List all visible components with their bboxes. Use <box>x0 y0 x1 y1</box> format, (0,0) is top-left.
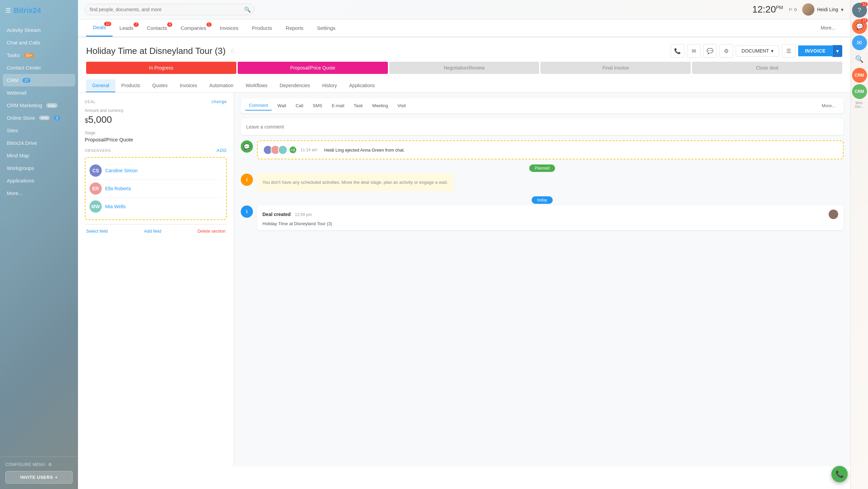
tab-reports[interactable]: Reports <box>279 20 311 36</box>
subtab-products[interactable]: Products <box>115 79 146 92</box>
sidebar-item-label: Workgroups <box>7 165 34 171</box>
tab-contacts[interactable]: Contacts 4 <box>140 20 174 36</box>
add-observer-link[interactable]: add <box>217 148 227 153</box>
invite-users-label: INVITE USERS <box>20 475 53 480</box>
invoice-main-button[interactable]: INVOICE <box>798 45 832 56</box>
sidebar-item-contact-center[interactable]: Contact Center <box>0 61 78 74</box>
sidebar-item-crm-marketing[interactable]: CRM Marketing beta <box>0 99 78 112</box>
invoice-button-group: INVOICE ▾ <box>798 45 842 57</box>
search-icon[interactable]: 🔍 <box>244 6 251 13</box>
hamburger-icon[interactable]: ☰ <box>5 7 11 14</box>
right-sidebar: ? 12 💬 19 ✉ 🔍 CRM CRM Wed. Dec... <box>850 0 868 489</box>
act-tab-wait[interactable]: Wait <box>273 101 290 110</box>
subtab-history[interactable]: History <box>316 79 343 92</box>
sidebar-item-drive[interactable]: Bitrix24.Drive <box>0 137 78 149</box>
sidebar-item-activity-stream[interactable]: Activity Stream <box>0 24 78 36</box>
observer-name-caroline[interactable]: Caroline Simon <box>105 168 138 173</box>
chat-button[interactable]: 💬 <box>703 44 717 58</box>
sidebar-item-online-store[interactable]: Online Store beta 3 <box>0 112 78 124</box>
comment-input-area <box>241 119 844 135</box>
chat-rs-icon-button[interactable]: 💬 19 <box>852 19 867 34</box>
sidebar-item-sites[interactable]: Sites <box>0 124 78 137</box>
search-bar: 🔍 <box>85 4 254 15</box>
select-field-link[interactable]: Select field <box>86 229 108 234</box>
message-rs-icon-button[interactable]: ✉ <box>852 35 867 50</box>
subtab-applications[interactable]: Applications <box>343 79 381 92</box>
deal-created-avatar <box>829 210 838 219</box>
message-rs-icon: ✉ <box>857 39 862 46</box>
list-button[interactable]: ☰ <box>782 44 795 58</box>
sidebar-item-crm[interactable]: CRM 27 <box>3 74 75 86</box>
tab-products[interactable]: Products <box>245 20 279 36</box>
tab-deals[interactable]: Deals 12 <box>86 19 113 37</box>
act-tab-meeting[interactable]: Meeting <box>368 101 392 110</box>
act-tab-sms[interactable]: SMS <box>309 101 326 110</box>
act-tab-call[interactable]: Call <box>292 101 307 110</box>
sidebar: ☰ Bitrix24 Activity Stream Chat and Call… <box>0 0 78 489</box>
act-tab-more[interactable]: More... <box>818 101 840 110</box>
tab-invoices[interactable]: Invoices <box>213 20 245 36</box>
tasks-badge: 50+ <box>24 53 34 58</box>
stage-proposal[interactable]: Proposal/Price Quote <box>238 62 388 74</box>
observer-name-ella[interactable]: Ella Roberts <box>105 186 131 191</box>
stage-final-invoice[interactable]: Final Invoice <box>540 62 691 74</box>
sidebar-item-mindmap[interactable]: Mind Map <box>0 149 78 162</box>
help-badge: 12 <box>861 2 867 6</box>
sidebar-item-workgroups[interactable]: Workgroups <box>0 162 78 174</box>
invite-users-button[interactable]: INVITE USERS + <box>5 471 73 484</box>
delete-section-link[interactable]: Delete section <box>198 229 225 234</box>
tab-settings[interactable]: Settings <box>310 20 342 36</box>
email-button[interactable]: ✉ <box>687 44 701 58</box>
subtab-automation[interactable]: Automation <box>203 79 240 92</box>
add-field-link[interactable]: Add field <box>144 229 161 234</box>
act-tab-email[interactable]: E-mail <box>328 101 348 110</box>
document-button[interactable]: DOCUMENT ▾ <box>736 45 779 57</box>
configure-menu-label: CONFIGURE MENU <box>5 462 45 467</box>
sidebar-item-label: CRM <box>7 77 18 83</box>
search-input[interactable] <box>85 4 254 15</box>
topbar-username: Heidi Ling <box>817 7 838 12</box>
sidebar-item-chat-calls[interactable]: Chat and Calls <box>0 36 78 49</box>
settings-button[interactable]: ⚙ <box>719 44 733 58</box>
crm-orange-rs-icon: CRM <box>855 73 864 78</box>
observer-name-mia[interactable]: Mia Wells <box>105 204 125 209</box>
act-tab-task[interactable]: Task <box>350 101 367 110</box>
subtab-general[interactable]: General <box>86 79 115 92</box>
subtab-quotes[interactable]: Quotes <box>146 79 174 92</box>
invoice-dropdown-button[interactable]: ▾ <box>832 45 842 57</box>
sidebar-item-webmail[interactable]: Webmail <box>0 86 78 99</box>
topbar-user[interactable]: Heidi Ling ▾ <box>802 3 844 16</box>
act-tab-comment[interactable]: Comment <box>245 101 272 111</box>
phone-fab-button[interactable]: 📞 <box>831 466 848 482</box>
stage-in-progress[interactable]: In Progress <box>86 62 236 74</box>
subtab-invoices[interactable]: Invoices <box>174 79 203 92</box>
logo[interactable]: ☰ Bitrix24 <box>0 0 78 21</box>
crm-orange-rs-icon-button[interactable]: CRM <box>852 68 867 83</box>
comment-input[interactable] <box>245 123 840 131</box>
stage-close-deal[interactable]: Close deal <box>692 62 842 74</box>
sidebar-item-label: Bitrix24.Drive <box>7 140 37 146</box>
tab-leads[interactable]: Leads 7 <box>113 20 140 36</box>
sidebar-item-applications[interactable]: Applications <box>0 174 78 187</box>
sidebar-item-label: Online Store <box>7 115 35 121</box>
chat-activity-box: +1 11:14 am Heidi Ling ejected Anna Gree… <box>257 140 844 159</box>
change-link[interactable]: change <box>212 99 227 104</box>
tab-companies[interactable]: Companies 1 <box>174 20 213 36</box>
act-tab-visit[interactable]: Visit <box>393 101 410 110</box>
subtab-dependencies[interactable]: Dependencies <box>274 79 316 92</box>
search-rs-icon-button[interactable]: 🔍 <box>852 52 867 66</box>
topbar-flag: 🏳 0 <box>789 7 797 12</box>
stage-negotiation[interactable]: Negotiation/Review <box>389 62 539 74</box>
chevron-down-icon: ▾ <box>771 48 773 54</box>
sidebar-item-tasks[interactable]: Tasks 50+ <box>0 49 78 61</box>
tab-more[interactable]: More... <box>814 20 842 36</box>
configure-menu[interactable]: CONFIGURE MENU ⚙ <box>5 462 73 467</box>
observer-avatar-ella: ER <box>90 182 102 195</box>
subtab-workflows[interactable]: Workflows <box>239 79 273 92</box>
help-icon-button[interactable]: ? 12 <box>852 3 867 18</box>
phone-button[interactable]: 📞 <box>671 44 684 58</box>
crm-green-rs-icon-button[interactable]: CRM <box>852 84 867 99</box>
sidebar-item-more[interactable]: More... <box>0 187 78 199</box>
sidebar-item-label: Applications <box>7 178 34 183</box>
star-icon[interactable]: ☆ <box>230 47 236 55</box>
